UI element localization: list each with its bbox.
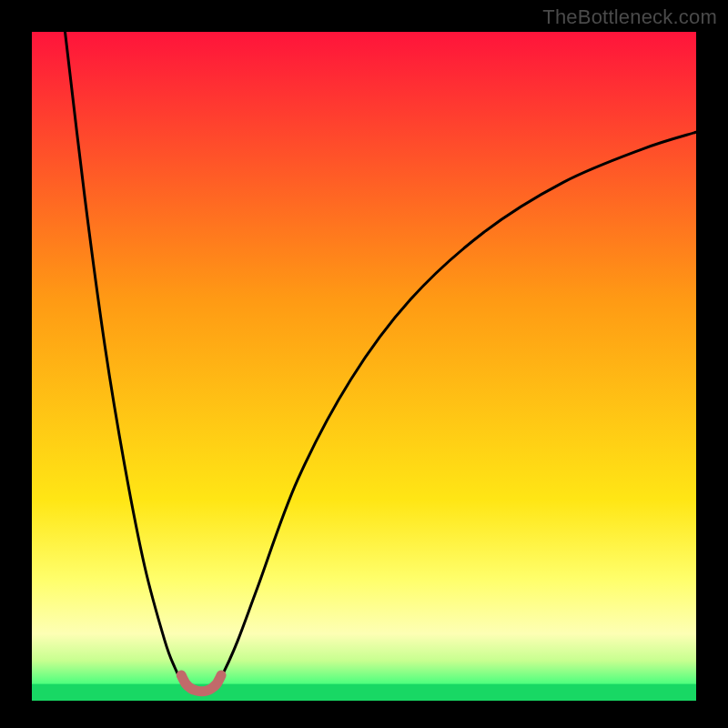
green-band (32, 684, 696, 701)
bottleneck-chart (0, 0, 728, 728)
gradient-background (32, 32, 696, 701)
chart-stage: TheBottleneck.com (0, 0, 728, 728)
watermark-text: TheBottleneck.com (542, 5, 717, 29)
